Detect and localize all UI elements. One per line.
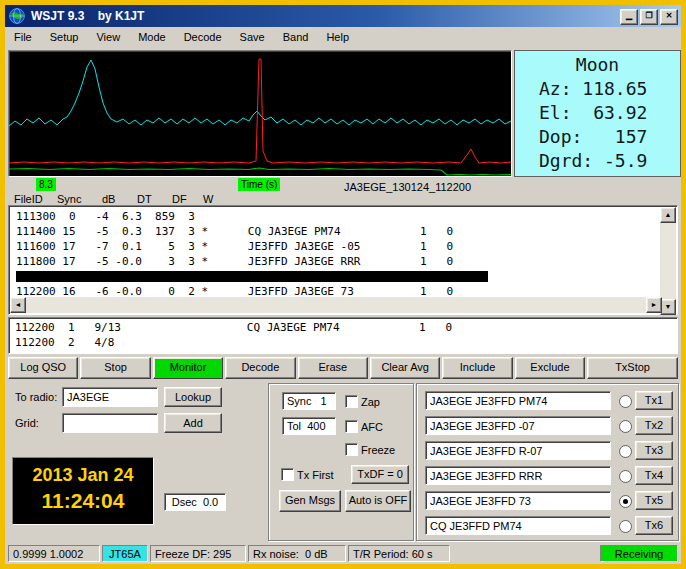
include-button[interactable]: Include <box>442 357 512 379</box>
decode-text-area[interactable]: 111300 0 -4 6.3 859 3 111400 15 -5 0.3 1… <box>8 205 678 315</box>
decode-lines[interactable]: 111300 0 -4 6.3 859 3 111400 15 -5 0.3 1… <box>10 207 661 299</box>
tx4-radio[interactable] <box>619 470 632 483</box>
tx6-button[interactable]: Tx6 <box>635 516 673 535</box>
tx4-message-input[interactable] <box>425 466 611 485</box>
tx3-message-input[interactable] <box>425 441 611 460</box>
tx1-radio[interactable] <box>619 395 632 408</box>
tx3-radio[interactable] <box>619 445 632 458</box>
scroll-up-icon[interactable]: ▲ <box>660 207 676 223</box>
header-w: W <box>203 193 213 205</box>
scroll-down-icon[interactable]: ▼ <box>660 299 676 315</box>
moon-elevation: El: 63.92 <box>515 101 680 125</box>
scroll-left-icon[interactable]: ◄ <box>10 297 26 313</box>
gen-msgs-button[interactable]: Gen Msgs <box>279 490 341 512</box>
header-dt: DT <box>137 193 152 205</box>
toolbar: Log QSO Stop Monitor Decode Erase Clear … <box>8 357 678 379</box>
tx6-message-input[interactable] <box>425 516 611 535</box>
tx5-button[interactable]: Tx5 <box>635 491 673 510</box>
afc-label: AFC <box>361 421 383 433</box>
wsjt-window: WSJT 9.3 by K1JT ▁ ❐ ✕ File Setup View M… <box>0 0 686 569</box>
decode-line[interactable]: 111600 17 -7 0.1 5 3 * JE3FFD JA3EGE -05… <box>16 239 661 254</box>
auto-button[interactable]: Auto is OFF <box>345 490 411 512</box>
menu-band[interactable]: Band <box>274 27 318 47</box>
tx5-message-input[interactable] <box>425 491 611 510</box>
afc-checkbox[interactable] <box>345 420 358 433</box>
log-qso-button[interactable]: Log QSO <box>8 357 78 379</box>
menu-help[interactable]: Help <box>317 27 358 47</box>
tol-field[interactable]: Tol 400 <box>282 417 336 435</box>
moon-degradation: Dgrd: -5.9 <box>515 149 680 173</box>
tx2-message-input[interactable] <box>425 416 611 435</box>
avg-decode-line[interactable]: 112200 2 4/8 <box>15 335 677 350</box>
moon-azimuth: Az: 118.65 <box>515 77 680 101</box>
vertical-scrollbar[interactable]: ▲ ▼ <box>660 207 676 315</box>
menu-mode[interactable]: Mode <box>129 27 175 47</box>
tx-first-checkbox[interactable] <box>281 468 294 481</box>
utc-clock: 2013 Jan 24 11:24:04 <box>12 457 154 525</box>
header-fileid: FileID <box>14 193 43 205</box>
add-button[interactable]: Add <box>164 413 222 433</box>
tx1-message-input[interactable] <box>425 391 611 410</box>
zap-label: Zap <box>361 396 380 408</box>
decode-line[interactable]: 111800 17 -5 -0.0 3 3 * JE3FFD JA3EGE RR… <box>16 254 661 269</box>
clear-avg-button[interactable]: Clear Avg <box>370 357 440 379</box>
monitor-button[interactable]: Monitor <box>153 357 223 379</box>
moon-title: Moon <box>515 51 680 77</box>
decode-line[interactable]: 111300 0 -4 6.3 859 3 <box>16 209 661 224</box>
menu-bar: File Setup View Mode Decode Save Band He… <box>5 27 681 47</box>
tx2-button[interactable]: Tx2 <box>635 416 673 435</box>
sync-field[interactable]: Sync 1 <box>282 392 336 410</box>
exclude-button[interactable]: Exclude <box>515 357 585 379</box>
decode-line[interactable]: 111400 15 -5 0.3 137 3 * CQ JA3EGE PM74 … <box>16 224 661 239</box>
tx-first-label: Tx First <box>297 469 334 481</box>
tx1-button[interactable]: Tx1 <box>635 391 673 410</box>
minimize-icon[interactable]: ▁ <box>620 9 638 25</box>
spectrum-start-label: 8.3 <box>36 178 56 191</box>
close-icon[interactable]: ✕ <box>660 9 678 25</box>
menu-save[interactable]: Save <box>231 27 274 47</box>
tx3-button[interactable]: Tx3 <box>635 441 673 460</box>
window-controls: ▁ ❐ ✕ <box>620 9 678 25</box>
menu-setup[interactable]: Setup <box>41 27 88 47</box>
grid-input[interactable] <box>62 413 158 433</box>
freeze-df-status: Freeze DF: 295 <box>150 545 246 562</box>
moon-panel: Moon Az: 118.65 El: 63.92 Dop: 157 Dgrd:… <box>514 50 681 177</box>
maximize-icon[interactable]: ❐ <box>640 9 658 25</box>
horizontal-scrollbar[interactable]: ◄ ► <box>10 297 662 313</box>
zap-checkbox[interactable] <box>345 395 358 408</box>
cyan-trace <box>9 60 511 126</box>
spectrum-display[interactable] <box>8 50 512 177</box>
clock-time: 11:24:04 <box>13 489 153 513</box>
menu-decode[interactable]: Decode <box>175 27 231 47</box>
tx5-radio[interactable] <box>619 495 632 508</box>
scroll-right-icon[interactable]: ► <box>646 297 662 313</box>
menu-view[interactable]: View <box>87 27 129 47</box>
decode-button[interactable]: Decode <box>225 357 295 379</box>
freeze-label: Freeze <box>361 444 395 456</box>
controls-group: Sync 1 Zap Tol 400 AFC Freeze Tx First T… <box>268 383 414 541</box>
tx2-radio[interactable] <box>619 420 632 433</box>
tx4-button[interactable]: Tx4 <box>635 466 673 485</box>
header-df: DF <box>172 193 187 205</box>
header-sync: Sync <box>57 193 81 205</box>
txdf-button[interactable]: TxDF = 0 <box>351 465 409 484</box>
average-text-area[interactable]: 112200 1 9/13 CQ JA3EGE PM74 1 0 112200 … <box>8 317 678 354</box>
txstop-button[interactable]: TxStop <box>587 357 678 379</box>
tr-period-status: T/R Period: 60 s <box>348 545 450 562</box>
stop-button[interactable]: Stop <box>80 357 150 379</box>
menu-file[interactable]: File <box>5 27 41 47</box>
lookup-button[interactable]: Lookup <box>164 387 222 407</box>
tx6-radio[interactable] <box>619 520 632 533</box>
mode-badge: JT65A <box>102 545 148 562</box>
grid-label: Grid: <box>15 417 39 429</box>
time-axis-label: Time (s) <box>238 178 280 191</box>
status-bar: 0.9999 1.0002 JT65A Freeze DF: 295 Rx no… <box>8 545 678 562</box>
header-db: dB <box>102 193 115 205</box>
window-title: WSJT 9.3 by K1JT <box>31 9 144 23</box>
avg-decode-line[interactable]: 112200 1 9/13 CQ JA3EGE PM74 1 0 <box>15 320 677 335</box>
erase-button[interactable]: Erase <box>298 357 368 379</box>
to-radio-input[interactable] <box>62 387 158 407</box>
title-bar[interactable]: WSJT 9.3 by K1JT ▁ ❐ ✕ <box>5 5 681 27</box>
dsec-field[interactable]: Dsec 0.0 <box>164 493 226 511</box>
freeze-checkbox[interactable] <box>345 443 358 456</box>
